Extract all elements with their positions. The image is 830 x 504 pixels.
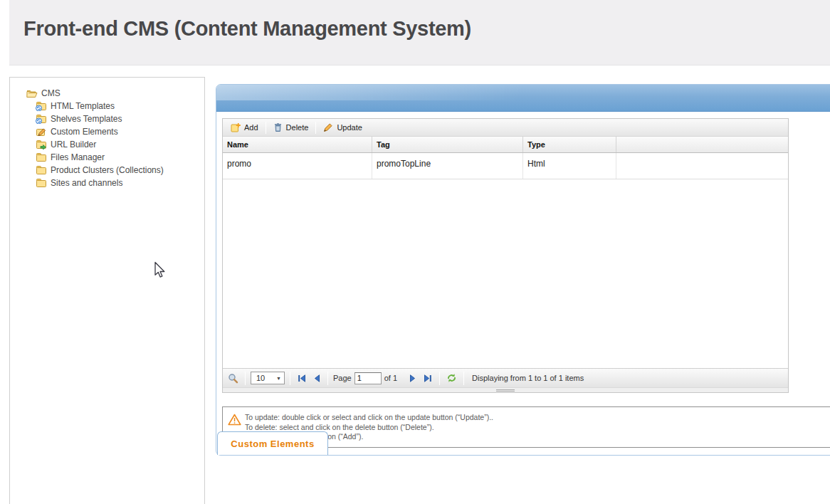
pager-separator	[290, 372, 290, 385]
tree-node-label: Custom Elements	[51, 127, 118, 137]
paging-toolbar: 10 ▼	[223, 368, 788, 387]
cell-type: Html	[523, 153, 616, 179]
pager-separator	[463, 372, 464, 385]
link-folder-icon	[36, 140, 47, 149]
sidebar: CMS HTML Templates	[9, 77, 205, 504]
tree-node-label: Files Manager	[51, 152, 105, 162]
prev-page-icon	[312, 374, 321, 383]
first-page-icon	[297, 374, 307, 383]
chevron-down-icon: ▼	[276, 376, 281, 381]
tree-node-label: Product Clusters (Collections)	[51, 165, 164, 175]
custom-elements-panel: Custom Elements Add	[216, 84, 830, 456]
add-icon	[231, 122, 241, 132]
column-header-empty	[616, 137, 788, 152]
tree-node-label: HTML Templates	[51, 101, 115, 111]
delete-button-label: Delete	[286, 123, 309, 132]
pager-separator	[327, 372, 328, 385]
edit-page-icon	[36, 127, 47, 137]
grid-toolbar: Add Delete	[223, 119, 788, 137]
tree-node-label: URL Builder	[51, 140, 96, 149]
notice-text: To update: double click or select and cl…	[245, 413, 830, 442]
column-header-label: Type	[527, 140, 545, 149]
page-input[interactable]	[354, 372, 382, 384]
warning-icon	[228, 414, 241, 426]
pager-separator	[245, 372, 246, 385]
add-button-label: Add	[244, 123, 258, 132]
tree-node-url-builder[interactable]: URL Builder	[10, 138, 204, 151]
column-header-name[interactable]: Name	[223, 137, 372, 152]
page-label: Page	[333, 374, 352, 382]
tree-node-files-manager[interactable]: Files Manager	[10, 151, 204, 164]
update-button-label: Update	[337, 123, 362, 132]
resize-handle[interactable]	[496, 389, 515, 392]
page-title: Front-end CMS (Content Management System…	[23, 17, 471, 41]
toolbar-separator	[315, 122, 316, 134]
folder-icon	[36, 178, 47, 188]
cell-name: promo	[223, 153, 372, 179]
open-folder-icon	[26, 88, 38, 98]
custom-elements-grid: Add Delete	[222, 118, 789, 393]
add-button[interactable]: Add	[225, 120, 264, 135]
template-folder-icon	[36, 114, 47, 124]
cell-empty	[616, 153, 788, 179]
column-header-tag[interactable]: Tag	[372, 137, 523, 152]
last-page-icon	[423, 374, 433, 383]
tree-node-label: Shelves Templates	[51, 114, 122, 124]
trash-icon	[273, 122, 283, 132]
refresh-button[interactable]	[445, 372, 458, 384]
refresh-icon	[446, 373, 457, 383]
tree-node-custom-elements[interactable]: Custom Elements	[10, 125, 204, 138]
column-header-label: Name	[227, 140, 248, 149]
pencil-icon	[323, 122, 333, 132]
tree-node-shelves-templates[interactable]: Shelves Templates	[10, 112, 204, 125]
tree-node-html-templates[interactable]: HTML Templates	[10, 100, 204, 112]
cms-tree: CMS HTML Templates	[10, 78, 204, 189]
last-page-button[interactable]	[421, 372, 434, 384]
first-page-button[interactable]	[295, 372, 308, 384]
template-folder-icon	[36, 101, 47, 111]
toolbar-separator	[266, 122, 266, 134]
next-page-icon	[409, 374, 417, 383]
tree-node-cms[interactable]: CMS	[10, 87, 204, 100]
tab-custom-elements[interactable]: Custom Elements	[217, 431, 328, 455]
next-page-button[interactable]	[407, 372, 419, 384]
column-header-label: Tag	[377, 140, 390, 149]
app-header: Front-end CMS (Content Management System…	[9, 0, 830, 65]
tree-node-sites-and-channels[interactable]: Sites and channels	[10, 177, 204, 189]
folder-icon	[36, 165, 47, 175]
search-icon	[228, 373, 238, 384]
tree-node-label: CMS	[41, 88, 61, 98]
folder-icon	[36, 152, 47, 162]
search-button[interactable]	[226, 372, 240, 385]
notice-line: To update: double click or select and cl…	[245, 413, 830, 423]
grid-header-row: Name Tag Type	[223, 137, 788, 153]
cell-tag: promoTopLine	[372, 153, 523, 179]
table-row[interactable]: promo promoTopLine Html	[223, 153, 788, 179]
prev-page-button[interactable]	[311, 372, 322, 384]
tree-node-product-clusters[interactable]: Product Clusters (Collections)	[10, 164, 204, 177]
grid-body: promo promoTopLine Html	[223, 153, 788, 368]
column-header-type[interactable]: Type	[523, 137, 616, 152]
tree-node-label: Sites and channels	[51, 178, 122, 188]
pager-separator	[439, 372, 440, 385]
pager-status: Displaying from 1 to 1 of 1 items	[472, 374, 584, 382]
panel-tab-strip	[216, 85, 830, 112]
notice-line: To delete: select and click on the delet…	[245, 423, 830, 433]
grid-footer	[223, 387, 788, 392]
page-size-value: 10	[256, 374, 265, 382]
delete-button[interactable]: Delete	[268, 120, 315, 135]
notice-line: To add: click the add button (“Add”).	[245, 432, 830, 442]
page-of-label: of 1	[384, 374, 397, 382]
app-window: Front-end CMS (Content Management System…	[0, 0, 830, 504]
update-button[interactable]: Update	[317, 120, 367, 135]
page-size-select[interactable]: 10 ▼	[251, 372, 285, 384]
tab-label: Custom Elements	[231, 439, 314, 449]
